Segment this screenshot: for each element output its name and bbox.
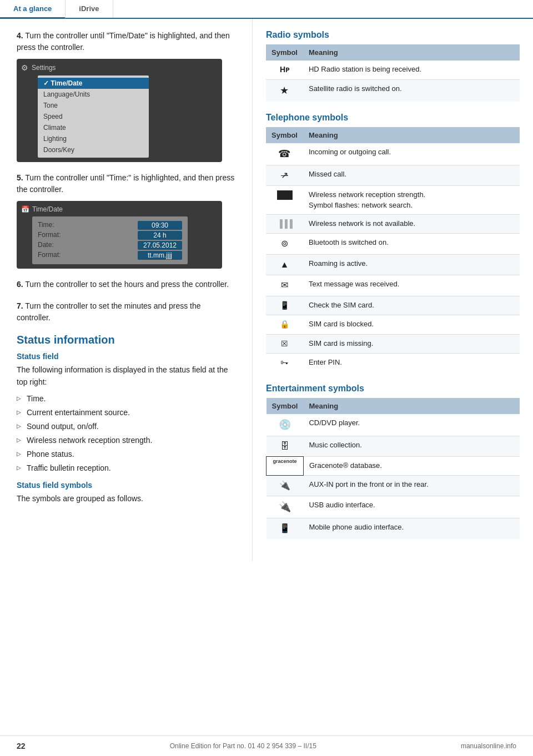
ent-meaning-aux: AUX-IN port in the front or in the rear. — [303, 475, 520, 496]
status-field-desc: The following information is displayed i… — [17, 364, 235, 389]
menu-item-tone: Tone — [38, 100, 149, 111]
time-value: 09:30 — [138, 221, 182, 230]
step-4-text: Turn the controller until "Time/Date" is… — [17, 31, 230, 52]
tel-symbol-no-signal: ▐▐▐ — [266, 214, 303, 234]
table-row: ☒ SIM card is missing. — [266, 334, 520, 354]
bullet-sound: Sound output, on/off. — [17, 420, 235, 434]
radio-col-symbol: Symbol — [266, 44, 303, 61]
step-4: 4. Turn the controller until "Time/Date"… — [17, 30, 235, 162]
table-row: ███ Wireless network reception strength.… — [266, 186, 520, 214]
step-4-number: 4. — [17, 31, 23, 40]
tel-meaning-pin: Enter PIN. — [303, 354, 520, 372]
time-date-title: Time/Date — [32, 205, 63, 213]
menu-item-climate: Climate — [38, 122, 149, 133]
menu-item-speed: Speed — [38, 111, 149, 122]
ent-meaning-gracenote: Gracenote® database. — [303, 457, 520, 475]
tab-at-a-glance[interactable]: At a glance — [0, 0, 66, 19]
table-row: 📱 Check the SIM card. — [266, 296, 520, 315]
page-number: 22 — [17, 742, 26, 750]
step-6: 6. Turn the controller to set the hours … — [17, 279, 235, 290]
tel-meaning-no-signal: Wireless network is not available. — [303, 214, 520, 234]
ent-col-meaning: Meaning — [303, 398, 520, 414]
table-row: 📱 Mobile phone audio interface. — [266, 518, 520, 539]
form-row-time: Time: 09:30 — [38, 221, 182, 230]
tel-symbol-pin: 🗝 — [266, 354, 303, 372]
time-date-screen: 📅 Time/Date Time: 09:30 Format: 24 h Dat… — [17, 201, 222, 269]
table-row: ▐▐▐ Wireless network is not available. — [266, 214, 520, 234]
status-information-title: Status information — [17, 334, 235, 346]
radio-meaning-hd: HD Radio station is being received. — [303, 61, 520, 79]
menu-item-doors: Doors/Key — [38, 144, 149, 155]
step-6-number: 6. — [17, 280, 23, 289]
entertainment-symbols-table: Symbol Meaning 💿 CD/DVD player. 🗄 Music … — [266, 398, 520, 539]
telephone-symbols-table: Symbol Meaning ☎ Incoming or outgoing ca… — [266, 127, 520, 372]
ent-symbol-usb: 🔌 — [266, 496, 304, 518]
radio-symbol-hd: Hᴘ — [266, 61, 303, 79]
radio-table-header: Symbol Meaning — [266, 44, 520, 61]
ent-symbol-cd: 💿 — [266, 414, 304, 436]
form-row-format2: Format: tt.mm.jjjj — [38, 251, 182, 260]
tel-symbol-msg: ✉ — [266, 275, 303, 296]
tel-symbol-call: ☎ — [266, 143, 303, 165]
step-7: 7. Turn the controller to set the minute… — [17, 300, 235, 324]
format1-label: Format: — [38, 231, 61, 240]
table-row: 🔒 SIM card is blocked. — [266, 315, 520, 335]
radio-symbols-title: Radio symbols — [266, 30, 520, 40]
table-row: 💿 CD/DVD player. — [266, 414, 520, 436]
tab-idrive[interactable]: iDrive — [66, 0, 113, 18]
form-row-format1: Format: 24 h — [38, 231, 182, 240]
format2-label: Format: — [38, 251, 61, 260]
radio-symbol-sat: ★ — [266, 79, 303, 102]
ent-meaning-music: Music collection. — [303, 436, 520, 457]
bullet-traffic: Traffic bulletin reception. — [17, 461, 235, 475]
tel-symbol-roaming: ▲ — [266, 254, 303, 275]
table-row: ✉ Text message was received. — [266, 275, 520, 296]
tel-meaning-signal: Wireless network reception strength.Symb… — [303, 186, 520, 214]
radio-col-meaning: Meaning — [303, 44, 520, 61]
tel-meaning-msg: Text message was received. — [303, 275, 520, 296]
time-date-form-body: Time: 09:30 Format: 24 h Date: 27.05.201… — [32, 216, 188, 264]
tel-symbol-missed: ↗ — [266, 165, 303, 185]
table-row: ★ Satellite radio is switched on. — [266, 79, 520, 102]
step-7-text: Turn the controller to set the minutes a… — [17, 301, 201, 322]
settings-menu: ✓ Time/Date Language/Units Tone Speed Cl… — [38, 75, 149, 158]
ent-symbol-music: 🗄 — [266, 436, 304, 457]
status-field-subtitle: Status field — [17, 352, 235, 361]
footer-website: manualsonline.info — [461, 742, 516, 750]
table-row: 🔌 AUX-IN port in the front or in the rea… — [266, 475, 520, 496]
menu-item-language: Language/Units — [38, 89, 149, 100]
radio-meaning-sat: Satellite radio is switched on. — [303, 79, 520, 102]
tel-meaning-missed: Missed call. — [303, 165, 520, 185]
settings-screen-mockup: ⚙ Settings ✓ Time/Date Language/Units To… — [17, 59, 222, 162]
step-5: 5. Turn the controller until "Time:" is … — [17, 172, 235, 269]
tel-symbol-sim-check: 📱 — [266, 296, 303, 315]
ent-symbol-aux: 🔌 — [266, 475, 304, 496]
ent-symbol-gracenote: gracenote — [266, 457, 304, 475]
tel-symbol-sim-missing: ☒ — [266, 334, 303, 354]
status-field-symbols-subtitle: Status field symbols — [17, 481, 235, 490]
time-label: Time: — [38, 221, 54, 230]
ent-meaning-usb: USB audio interface. — [303, 496, 520, 518]
tel-meaning-sim-blocked: SIM card is blocked. — [303, 315, 520, 335]
tel-meaning-sim-check: Check the SIM card. — [303, 296, 520, 315]
ent-symbol-phone-audio: 📱 — [266, 518, 304, 539]
table-row: 🔌 USB audio interface. — [266, 496, 520, 518]
tel-table-header: Symbol Meaning — [266, 127, 520, 143]
step-5-number: 5. — [17, 173, 23, 182]
ent-col-symbol: Symbol — [266, 398, 304, 414]
tel-symbol-sim-blocked: 🔒 — [266, 315, 303, 335]
header-tabs: At a glance iDrive — [0, 0, 533, 19]
tel-col-symbol: Symbol — [266, 127, 303, 143]
calendar-icon: 📅 — [21, 205, 29, 213]
tel-meaning-roaming: Roaming is active. — [303, 254, 520, 275]
ent-meaning-phone-audio: Mobile phone audio interface. — [303, 518, 520, 539]
radio-symbols-table: Symbol Meaning Hᴘ HD Radio station is be… — [266, 44, 520, 102]
main-content: 4. Turn the controller until "Time/Date"… — [0, 19, 533, 561]
telephone-symbols-title: Telephone symbols — [266, 113, 520, 123]
left-column: 4. Turn the controller until "Time/Date"… — [0, 19, 253, 561]
step-7-number: 7. — [17, 301, 23, 310]
settings-screen-header: ⚙ Settings — [21, 63, 218, 72]
tel-meaning-sim-missing: SIM card is missing. — [303, 334, 520, 354]
tel-meaning-bt: Bluetooth is switched on. — [303, 234, 520, 254]
table-row: ⊚ Bluetooth is switched on. — [266, 234, 520, 254]
